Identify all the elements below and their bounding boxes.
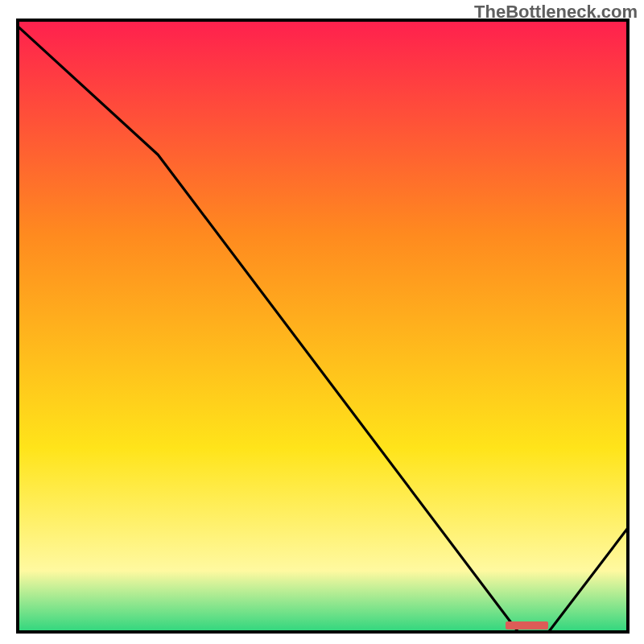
bottleneck-chart xyxy=(0,0,644,644)
optimal-range-marker xyxy=(506,621,548,630)
plot-background xyxy=(18,20,628,632)
